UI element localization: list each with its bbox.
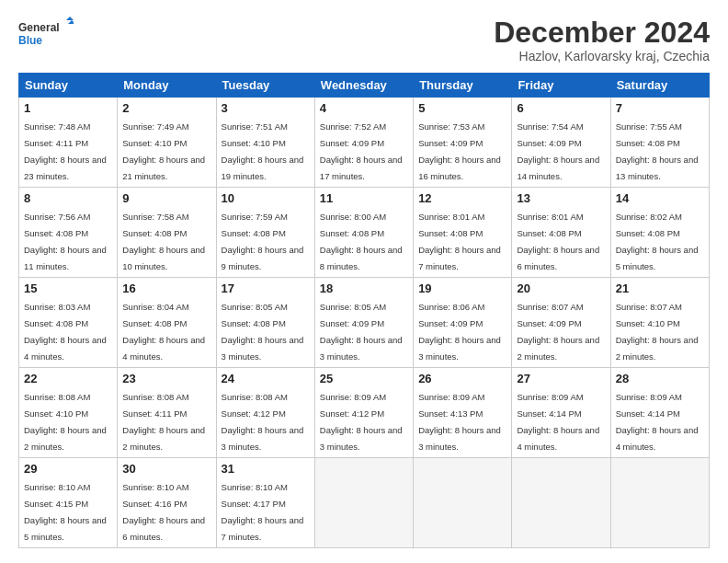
day-info: Sunrise: 7:56 AMSunset: 4:08 PMDaylight:… [24, 212, 107, 271]
weekday-header-friday: Friday [512, 74, 610, 98]
weekday-header-thursday: Thursday [414, 74, 512, 98]
day-info: Sunrise: 8:10 AMSunset: 4:16 PMDaylight:… [122, 482, 205, 542]
weekday-header-sunday: Sunday [19, 74, 118, 98]
day-cell [512, 458, 610, 548]
calendar-table: SundayMondayTuesdayWednesdayThursdayFrid… [18, 73, 710, 548]
day-cell: 23 Sunrise: 8:08 AMSunset: 4:11 PMDaylig… [118, 368, 216, 458]
day-number: 24 [222, 372, 310, 385]
day-cell: 31 Sunrise: 8:10 AMSunset: 4:17 PMDaylig… [216, 458, 314, 548]
day-cell [610, 458, 709, 548]
day-info: Sunrise: 8:09 AMSunset: 4:13 PMDaylight:… [418, 392, 501, 452]
day-cell: 16 Sunrise: 8:04 AMSunset: 4:08 PMDaylig… [118, 278, 216, 368]
day-cell: 5 Sunrise: 7:53 AMSunset: 4:09 PMDayligh… [414, 98, 512, 188]
day-info: Sunrise: 8:09 AMSunset: 4:12 PMDaylight:… [320, 392, 403, 452]
day-info: Sunrise: 8:05 AMSunset: 4:08 PMDaylight:… [222, 302, 304, 362]
day-number: 19 [418, 282, 506, 295]
day-cell: 30 Sunrise: 8:10 AMSunset: 4:16 PMDaylig… [118, 458, 216, 548]
day-number: 18 [320, 282, 408, 295]
day-info: Sunrise: 8:09 AMSunset: 4:14 PMDaylight:… [517, 392, 599, 452]
day-info: Sunrise: 7:58 AMSunset: 4:08 PMDaylight:… [122, 212, 205, 271]
day-cell: 28 Sunrise: 8:09 AMSunset: 4:14 PMDaylig… [610, 368, 709, 458]
day-number: 14 [616, 191, 704, 205]
day-cell: 25 Sunrise: 8:09 AMSunset: 4:12 PMDaylig… [314, 368, 413, 458]
weekday-header-monday: Monday [118, 74, 216, 98]
day-info: Sunrise: 7:55 AMSunset: 4:08 PMDaylight:… [616, 121, 699, 181]
day-cell: 18 Sunrise: 8:05 AMSunset: 4:09 PMDaylig… [314, 278, 413, 368]
day-info: Sunrise: 7:49 AMSunset: 4:10 PMDaylight:… [122, 121, 205, 181]
day-cell: 19 Sunrise: 8:06 AMSunset: 4:09 PMDaylig… [414, 278, 512, 368]
day-number: 27 [517, 372, 605, 385]
day-number: 21 [616, 282, 704, 295]
day-cell: 8 Sunrise: 7:56 AMSunset: 4:08 PMDayligh… [19, 188, 118, 278]
day-number: 29 [24, 462, 112, 476]
day-info: Sunrise: 8:05 AMSunset: 4:09 PMDaylight:… [320, 302, 403, 362]
day-info: Sunrise: 8:10 AMSunset: 4:15 PMDaylight:… [24, 482, 107, 542]
day-number: 2 [122, 101, 210, 115]
location: Hazlov, Karlovarsky kraj, Czechia [494, 49, 710, 63]
day-info: Sunrise: 8:10 AMSunset: 4:17 PMDaylight:… [222, 482, 304, 542]
day-cell: 1 Sunrise: 7:48 AMSunset: 4:11 PMDayligh… [19, 98, 118, 188]
svg-marker-3 [68, 20, 74, 24]
day-info: Sunrise: 8:07 AMSunset: 4:10 PMDaylight:… [616, 302, 699, 362]
day-number: 1 [24, 101, 112, 115]
week-row-1: 1 Sunrise: 7:48 AMSunset: 4:11 PMDayligh… [19, 98, 710, 188]
day-info: Sunrise: 8:01 AMSunset: 4:08 PMDaylight:… [418, 212, 501, 271]
day-number: 22 [24, 372, 112, 385]
day-info: Sunrise: 8:00 AMSunset: 4:08 PMDaylight:… [320, 212, 403, 271]
day-info: Sunrise: 8:07 AMSunset: 4:09 PMDaylight:… [517, 302, 599, 362]
day-number: 28 [616, 372, 704, 385]
logo: General Blue [18, 17, 74, 52]
day-cell: 22 Sunrise: 8:08 AMSunset: 4:10 PMDaylig… [19, 368, 118, 458]
week-row-5: 29 Sunrise: 8:10 AMSunset: 4:15 PMDaylig… [19, 458, 710, 548]
day-number: 3 [222, 101, 310, 115]
day-cell: 9 Sunrise: 7:58 AMSunset: 4:08 PMDayligh… [118, 188, 216, 278]
day-info: Sunrise: 8:06 AMSunset: 4:09 PMDaylight:… [418, 302, 501, 362]
day-cell: 3 Sunrise: 7:51 AMSunset: 4:10 PMDayligh… [216, 98, 314, 188]
page: General Blue December 2024 Hazlov, Karlo… [0, 0, 728, 563]
day-info: Sunrise: 7:54 AMSunset: 4:09 PMDaylight:… [517, 121, 599, 181]
week-row-3: 15 Sunrise: 8:03 AMSunset: 4:08 PMDaylig… [19, 278, 710, 368]
day-cell: 27 Sunrise: 8:09 AMSunset: 4:14 PMDaylig… [512, 368, 610, 458]
weekday-header-wednesday: Wednesday [314, 74, 413, 98]
day-number: 12 [418, 191, 506, 205]
day-info: Sunrise: 8:04 AMSunset: 4:08 PMDaylight:… [122, 302, 205, 362]
day-number: 13 [517, 191, 605, 205]
day-cell: 21 Sunrise: 8:07 AMSunset: 4:10 PMDaylig… [610, 278, 709, 368]
week-row-2: 8 Sunrise: 7:56 AMSunset: 4:08 PMDayligh… [19, 188, 710, 278]
day-cell [414, 458, 512, 548]
svg-text:General: General [18, 21, 60, 34]
day-info: Sunrise: 7:53 AMSunset: 4:09 PMDaylight:… [418, 121, 501, 181]
day-cell: 15 Sunrise: 8:03 AMSunset: 4:08 PMDaylig… [19, 278, 118, 368]
day-number: 10 [222, 191, 310, 205]
title-block: December 2024 Hazlov, Karlovarsky kraj, … [494, 17, 710, 63]
weekday-header-saturday: Saturday [610, 74, 709, 98]
day-number: 7 [616, 101, 704, 115]
day-number: 8 [24, 191, 112, 205]
day-info: Sunrise: 8:02 AMSunset: 4:08 PMDaylight:… [616, 212, 699, 271]
day-cell: 24 Sunrise: 8:08 AMSunset: 4:12 PMDaylig… [216, 368, 314, 458]
day-cell: 14 Sunrise: 8:02 AMSunset: 4:08 PMDaylig… [610, 188, 709, 278]
day-number: 16 [122, 282, 210, 295]
day-info: Sunrise: 8:08 AMSunset: 4:10 PMDaylight:… [24, 392, 107, 452]
day-info: Sunrise: 8:03 AMSunset: 4:08 PMDaylight:… [24, 302, 107, 362]
day-cell: 13 Sunrise: 8:01 AMSunset: 4:08 PMDaylig… [512, 188, 610, 278]
day-info: Sunrise: 8:08 AMSunset: 4:12 PMDaylight:… [222, 392, 304, 452]
day-cell: 2 Sunrise: 7:49 AMSunset: 4:10 PMDayligh… [118, 98, 216, 188]
day-number: 4 [320, 101, 408, 115]
month-title: December 2024 [494, 17, 710, 49]
day-info: Sunrise: 7:48 AMSunset: 4:11 PMDaylight:… [24, 121, 107, 181]
day-number: 15 [24, 282, 112, 295]
day-number: 26 [418, 372, 506, 385]
day-cell: 11 Sunrise: 8:00 AMSunset: 4:08 PMDaylig… [314, 188, 413, 278]
day-number: 11 [320, 191, 408, 205]
day-number: 23 [122, 372, 210, 385]
day-info: Sunrise: 7:51 AMSunset: 4:10 PMDaylight:… [222, 121, 304, 181]
header: General Blue December 2024 Hazlov, Karlo… [18, 17, 710, 63]
day-number: 20 [517, 282, 605, 295]
day-number: 17 [222, 282, 310, 295]
day-cell: 29 Sunrise: 8:10 AMSunset: 4:15 PMDaylig… [19, 458, 118, 548]
day-number: 30 [122, 462, 210, 476]
day-cell: 6 Sunrise: 7:54 AMSunset: 4:09 PMDayligh… [512, 98, 610, 188]
day-info: Sunrise: 7:59 AMSunset: 4:08 PMDaylight:… [222, 212, 304, 271]
day-cell: 26 Sunrise: 8:09 AMSunset: 4:13 PMDaylig… [414, 368, 512, 458]
